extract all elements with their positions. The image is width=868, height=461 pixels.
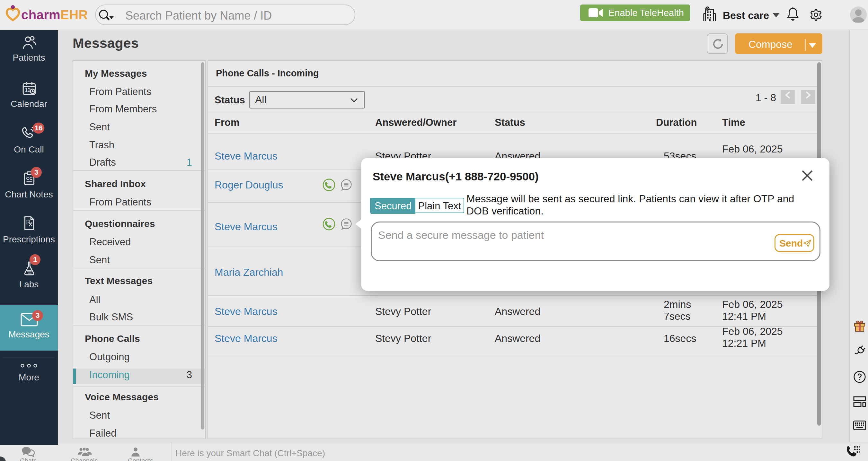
- svg-text:12: 12: [25, 87, 30, 93]
- svg-text:R: R: [26, 219, 30, 225]
- svg-text:CC: CC: [26, 176, 33, 181]
